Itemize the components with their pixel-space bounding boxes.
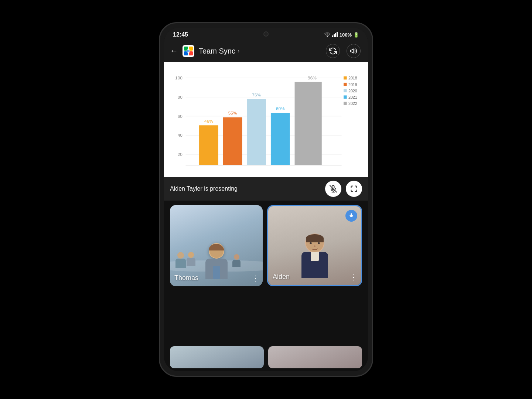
- volume-button[interactable]: [347, 44, 361, 58]
- thomas-menu-button[interactable]: ⋮: [252, 274, 259, 283]
- svg-text:2020: 2020: [348, 89, 357, 93]
- bottom-participants-strip: [164, 346, 368, 371]
- thomas-name-label: Thomas: [174, 274, 198, 282]
- chart-container: 100 80 60 40 20 46% 55%: [164, 62, 368, 177]
- chart-svg: 100 80 60 40 20 46% 55%: [170, 68, 362, 171]
- svg-text:2022: 2022: [348, 101, 357, 106]
- svg-rect-36: [344, 83, 347, 86]
- meet-app-icon: [182, 44, 195, 58]
- aiden-name-label: Aiden: [273, 273, 290, 281]
- svg-text:46%: 46%: [204, 119, 213, 124]
- phone-device: 12:45: [159, 22, 373, 377]
- svg-text:2018: 2018: [348, 76, 357, 80]
- svg-text:2021: 2021: [348, 95, 357, 99]
- speaking-indicator: [345, 210, 357, 222]
- title-chevron-icon: ›: [238, 48, 239, 54]
- svg-text:100: 100: [175, 75, 183, 81]
- call-title: Team Sync: [199, 47, 235, 55]
- svg-marker-12: [351, 49, 354, 53]
- svg-rect-34: [344, 76, 347, 80]
- svg-text:76%: 76%: [252, 92, 261, 98]
- status-time: 12:45: [173, 31, 188, 38]
- svg-marker-24: [199, 125, 218, 165]
- signal-icon: [332, 32, 338, 38]
- back-button[interactable]: ←: [170, 46, 178, 56]
- svg-point-11: [188, 51, 189, 52]
- presenter-text: Aiden Tayler is presenting: [170, 185, 238, 192]
- status-icons: 100% 🔋: [324, 32, 359, 38]
- switch-camera-button[interactable]: [326, 44, 340, 58]
- participants-grid: Thomas ⋮: [164, 201, 368, 346]
- svg-rect-42: [344, 102, 347, 105]
- svg-text:40: 40: [178, 133, 183, 138]
- svg-marker-26: [223, 117, 242, 165]
- svg-text:2019: 2019: [348, 82, 357, 87]
- svg-text:55%: 55%: [228, 110, 237, 116]
- svg-marker-32: [295, 82, 322, 165]
- svg-rect-40: [344, 95, 347, 99]
- svg-rect-2: [335, 33, 336, 37]
- svg-text:60: 60: [178, 114, 183, 119]
- participant-tile-aiden[interactable]: Aiden ⋮: [267, 205, 362, 286]
- svg-text:96%: 96%: [308, 75, 317, 81]
- battery-percentage: 100%: [340, 32, 352, 38]
- phone-screen: 12:45: [164, 28, 368, 371]
- bottom-tile-2[interactable]: [268, 346, 362, 368]
- svg-text:60%: 60%: [276, 106, 285, 111]
- wifi-icon: [324, 32, 331, 38]
- fullscreen-button[interactable]: [346, 181, 362, 197]
- camera-notch: [263, 31, 269, 37]
- aiden-menu-button[interactable]: ⋮: [350, 273, 357, 282]
- presenter-actions: [325, 181, 362, 197]
- presenter-bar: Aiden Tayler is presenting: [164, 177, 368, 201]
- svg-text:20: 20: [178, 152, 183, 157]
- header-left: ←: [170, 44, 239, 58]
- app-header: ←: [164, 40, 368, 62]
- status-bar: 12:45: [164, 28, 368, 40]
- svg-marker-28: [247, 99, 266, 165]
- svg-marker-30: [271, 113, 290, 165]
- header-actions: [326, 44, 361, 58]
- header-title-group: Team Sync ›: [199, 47, 239, 55]
- participant-tile-thomas[interactable]: Thomas ⋮: [170, 205, 263, 286]
- svg-rect-3: [337, 32, 338, 37]
- mute-presenter-button[interactable]: [325, 181, 341, 197]
- svg-rect-38: [344, 89, 347, 92]
- svg-text:80: 80: [178, 95, 183, 100]
- battery-icon: 🔋: [353, 32, 359, 38]
- svg-rect-0: [332, 35, 333, 37]
- svg-rect-1: [334, 34, 335, 37]
- bottom-tile-1[interactable]: [170, 346, 264, 368]
